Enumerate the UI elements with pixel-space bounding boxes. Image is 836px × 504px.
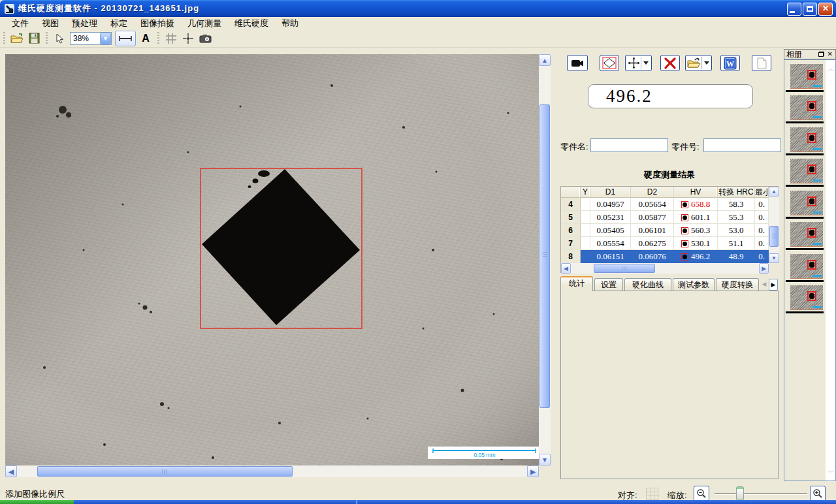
cell-d1: 0.06151 (590, 250, 631, 263)
tab-scroll-right-button[interactable]: ▶ (769, 279, 778, 291)
part-no-input[interactable] (703, 138, 781, 152)
scroll-left-button[interactable]: ◀ (561, 263, 571, 274)
part-name-label: 零件名: (560, 141, 588, 153)
menu-preprocess[interactable]: 预处理 (65, 17, 104, 30)
measure-tool-button[interactable] (115, 31, 136, 46)
capture-video-button[interactable] (567, 55, 588, 71)
table-row-selected[interactable]: 8 0.06151 0.06076 496.2 48.9 0. (561, 250, 769, 263)
dropdown-caret-icon[interactable] (704, 61, 709, 67)
scroll-down-icon[interactable]: ﹀ (828, 469, 834, 475)
hv-value: 530.1 (691, 238, 710, 248)
float-panel-icon[interactable] (818, 52, 824, 57)
zoom-slider-thumb[interactable] (736, 486, 744, 501)
new-blank-button[interactable] (752, 55, 771, 71)
scroll-down-button[interactable]: ▼ (539, 454, 551, 465)
col-header-d2: D2 (631, 187, 674, 197)
table-row[interactable]: 7 0.05554 0.06275 530.1 51.1 0. (561, 237, 769, 250)
scroll-right-button[interactable]: ▶ (759, 263, 769, 274)
vertical-scroll-thumb[interactable] (539, 104, 550, 408)
zoom-percent-combobox[interactable]: 38% ▼ (70, 32, 112, 45)
scroll-up-button[interactable]: ▲ (769, 187, 779, 197)
album-thumbnail-3[interactable] (790, 127, 823, 152)
delete-measurement-button[interactable] (660, 55, 680, 71)
menu-calibration[interactable]: 标定 (104, 17, 134, 30)
table-row[interactable]: 5 0.05231 0.05877 601.1 55.3 0. (561, 211, 769, 224)
album-thumbnail-4[interactable] (790, 159, 823, 183)
open-file-button[interactable] (8, 31, 25, 46)
col-header-hv: HV (674, 187, 718, 197)
menu-help[interactable]: 帮助 (275, 17, 305, 30)
detect-indentation-button[interactable] (600, 55, 619, 71)
tab-statistics[interactable]: 统计 (560, 276, 593, 291)
menu-image-capture[interactable]: 图像拍摄 (134, 17, 181, 30)
taskbar-sliver[interactable] (74, 500, 836, 504)
close-panel-icon[interactable]: ✕ (828, 51, 833, 57)
save-button[interactable] (25, 31, 42, 46)
image-horizontal-scrollbar: ◀ ▶ (5, 465, 539, 477)
album-thumbnail-8[interactable] (790, 285, 823, 310)
maximize-button[interactable] (803, 3, 817, 16)
part-name-input[interactable] (590, 138, 668, 152)
scroll-up-icon[interactable]: ︿ (828, 65, 834, 72)
horizontal-scroll-thumb[interactable] (594, 264, 655, 273)
row-number: 6 (561, 224, 581, 237)
tab-test-parameters[interactable]: 测试参数 (673, 278, 715, 291)
album-thumbnail-7[interactable] (790, 254, 823, 279)
cell-y (581, 237, 590, 250)
zoom-in-button[interactable] (810, 486, 826, 501)
cell-min: 0. (755, 224, 769, 237)
toolbar-grip (3, 32, 5, 45)
open-image-button[interactable] (685, 55, 712, 71)
zoom-out-button[interactable] (694, 486, 709, 501)
export-word-button[interactable]: W (720, 55, 740, 71)
table-row[interactable]: 6 0.05405 0.06101 560.3 53.0 0. (561, 224, 769, 237)
camera-capture-button[interactable] (197, 31, 214, 46)
text-tool-button[interactable]: A (137, 31, 154, 46)
combobox-dropdown-icon[interactable]: ▼ (100, 33, 111, 44)
indent-marker-icon (681, 253, 688, 260)
title-bar[interactable]: 维氏硬度测量软件 - 20130721_143651.jpg ✕ (0, 0, 836, 17)
hv-value: 658.8 (691, 199, 710, 209)
grid-tool-button[interactable] (163, 31, 180, 46)
scroll-left-button[interactable]: ◀ (5, 465, 17, 477)
album-thumbnail-1[interactable] (790, 64, 823, 89)
indent-blob (809, 230, 814, 236)
dropdown-caret-icon[interactable] (643, 61, 649, 67)
tab-settings[interactable]: 设置 (594, 278, 623, 291)
thumb-grip (772, 234, 777, 240)
thumbnail-separator (786, 90, 824, 92)
close-button[interactable]: ✕ (818, 3, 833, 16)
menu-file[interactable]: 文件 (5, 17, 35, 30)
menu-view[interactable]: 视图 (35, 17, 65, 30)
cell-hrc: 53.0 (718, 224, 755, 237)
table-horizontal-scrollbar: ◀ ▶ (561, 263, 769, 274)
micrograph-image[interactable]: 0.05 mm (5, 54, 539, 465)
table-row[interactable]: 4 0.04957 0.05654 658.8 58.3 0. (561, 198, 769, 211)
marker-square (807, 260, 816, 270)
album-thumbnail-2[interactable] (790, 95, 823, 120)
app-window: { "window": { "title": "维氏硬度测量软件 - 20130… (0, 0, 836, 504)
move-marker-button[interactable] (625, 55, 652, 71)
taskbar-start-sliver[interactable] (0, 500, 74, 504)
marker-square (807, 291, 816, 301)
vertical-scroll-thumb[interactable] (769, 226, 779, 247)
cell-d2: 0.05654 (631, 198, 674, 211)
horizontal-scroll-thumb[interactable] (37, 466, 293, 477)
pointer-tool-button[interactable] (51, 31, 68, 46)
thumbnail-separator (786, 185, 824, 187)
minimize-button[interactable] (787, 3, 801, 16)
menu-geometry-measure[interactable]: 几何测量 (181, 17, 228, 30)
scroll-down-button[interactable]: ▼ (769, 253, 779, 263)
hv-value: 560.3 (691, 225, 710, 235)
main-toolbar: 38% ▼ A (0, 29, 836, 48)
tab-hardening-curve[interactable]: 硬化曲线 (624, 278, 671, 291)
center-target-button[interactable] (180, 31, 197, 46)
album-thumbnail-5[interactable] (790, 191, 823, 215)
scroll-right-button[interactable]: ▶ (527, 465, 539, 477)
align-grid-icon[interactable] (646, 488, 659, 501)
tab-scroll-left-button[interactable]: ◀ (760, 279, 769, 291)
tab-hardness-conversion[interactable]: 硬度转换 (716, 278, 759, 291)
scroll-up-button[interactable]: ▲ (539, 54, 551, 66)
menu-vickers-hardness[interactable]: 维氏硬度 (228, 17, 275, 30)
album-thumbnail-6[interactable] (790, 222, 823, 247)
